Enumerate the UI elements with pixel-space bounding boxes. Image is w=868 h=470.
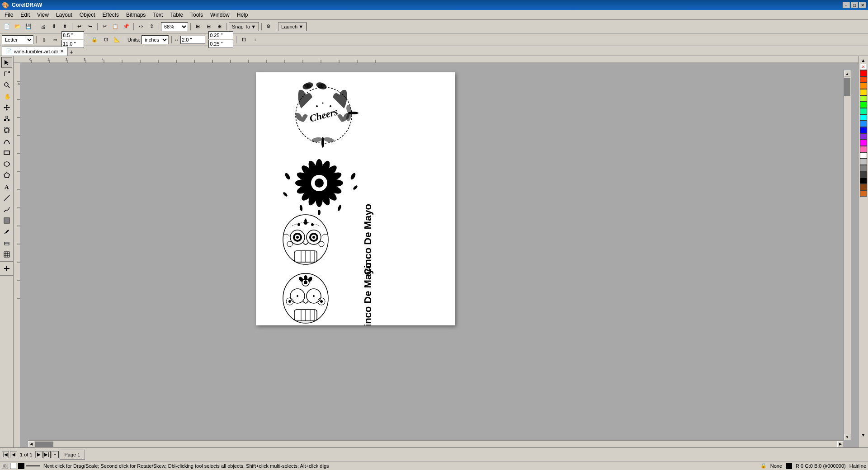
minimize-button[interactable]: − — [843, 2, 850, 8]
color-swatch-404040[interactable] — [860, 171, 867, 178]
open-button[interactable]: 📂 — [13, 22, 23, 32]
units-select[interactable]: inches — [142, 35, 169, 44]
freehand-select-tool-button[interactable] — [1, 68, 12, 79]
rectangle-tool-button[interactable] — [1, 147, 12, 158]
tab-close-button[interactable]: ✕ — [60, 49, 64, 54]
color-swatch-1E90FF[interactable] — [860, 121, 867, 127]
color-swatch-ADFF2F[interactable] — [860, 95, 867, 102]
ellipse-tool-button[interactable] — [1, 159, 12, 169]
snap-toggle[interactable]: ⊞ — [2, 463, 8, 469]
paste-button[interactable]: 📌 — [121, 22, 131, 32]
menu-view[interactable]: View — [33, 11, 52, 19]
color-swatch-FF8C00[interactable] — [860, 83, 867, 89]
grid-button[interactable]: ⊟ — [203, 22, 213, 32]
color-swatch-0000FF[interactable] — [860, 127, 867, 133]
fill-swatch[interactable] — [10, 463, 16, 469]
menu-edit[interactable]: Edit — [17, 11, 33, 19]
page-1-tab[interactable]: Page 1 — [60, 450, 85, 460]
file-tab[interactable]: 📄 wine-tumbler-art.cdr ✕ — [2, 47, 68, 56]
undo-button[interactable]: ↩ — [74, 22, 84, 32]
palette-down-arrow[interactable]: ▼ — [860, 432, 867, 438]
add-page-nav-button[interactable]: + — [52, 451, 59, 458]
color-swatch-000000[interactable] — [860, 178, 867, 184]
menu-effects[interactable]: Effects — [99, 11, 123, 19]
color-swatch-FF00FF[interactable] — [860, 140, 867, 146]
import-button[interactable]: ⬇ — [49, 22, 59, 32]
menu-text[interactable]: Text — [149, 11, 166, 19]
menu-help[interactable]: Help — [233, 11, 252, 19]
canvas-scroll[interactable]: Cheers — [21, 63, 851, 447]
freehand-tool-button[interactable] — [1, 204, 12, 215]
color-swatch-00FFFF[interactable] — [860, 114, 867, 121]
guidelines-button[interactable]: ⊞ — [214, 22, 224, 32]
export-button[interactable]: ⬆ — [60, 22, 70, 32]
transform-tool-button[interactable] — [1, 102, 12, 113]
line-style[interactable] — [26, 465, 40, 466]
stroke-swatch[interactable] — [18, 463, 24, 469]
x-pos-input[interactable] — [180, 36, 205, 44]
first-page-button[interactable]: |◀ — [2, 451, 9, 458]
color-swatch-8B4513[interactable] — [860, 184, 867, 190]
color-swatch-FFD700[interactable] — [860, 89, 867, 95]
no-color-swatch[interactable]: ✕ — [860, 64, 867, 70]
scroll-thumb-v[interactable] — [844, 78, 850, 96]
color-swatch-808080[interactable] — [860, 165, 867, 171]
line-tool-button[interactable] — [1, 193, 12, 203]
color-swatch-00FF00[interactable] — [860, 102, 867, 108]
color-swatch-00FA9A[interactable] — [860, 108, 867, 114]
h-pos-input[interactable] — [208, 40, 233, 48]
lock-aspect-button[interactable]: 🔒 — [90, 35, 99, 45]
w-pos-input[interactable] — [208, 31, 233, 39]
fill-tool-button[interactable] — [1, 215, 12, 226]
color-swatch-D2691E[interactable] — [860, 190, 867, 197]
menu-object[interactable]: Object — [76, 11, 99, 19]
crop-tool-button[interactable] — [1, 125, 12, 136]
scroll-thumb-h[interactable] — [35, 442, 53, 447]
paper-size-select[interactable]: Letter — [2, 35, 33, 44]
color-swatch-FF0000[interactable] — [860, 70, 867, 76]
new-button[interactable]: 📄 — [2, 22, 12, 32]
mesh-fill-tool-button[interactable] — [1, 249, 12, 260]
text-tool-button[interactable]: A — [1, 181, 12, 192]
color-swatch-C0C0C0[interactable] — [860, 159, 867, 165]
maximize-button[interactable]: □ — [851, 2, 858, 8]
prev-page-button[interactable]: ◀ — [10, 451, 17, 458]
snap-to-button[interactable]: Snap To ▼ — [229, 22, 259, 31]
horizontal-scrollbar[interactable]: ◀ ▶ — [28, 440, 844, 447]
menu-bitmaps[interactable]: Bitmaps — [123, 11, 149, 19]
print-button[interactable]: 🖨 — [38, 22, 48, 32]
node-tool-button[interactable] — [1, 113, 12, 124]
mirror-h-button[interactable]: ⇔ — [136, 22, 146, 32]
launch-button[interactable]: Launch ▼ — [278, 22, 307, 31]
color-swatch-8A2BE2[interactable] — [860, 133, 867, 140]
scroll-right-button[interactable]: ▶ — [837, 441, 844, 447]
copy-button[interactable]: 📋 — [110, 22, 120, 32]
menu-tools[interactable]: Tools — [187, 11, 207, 19]
next-page-button[interactable]: ▶ — [35, 451, 42, 458]
units-button[interactable]: 📐 — [112, 35, 122, 45]
last-page-button[interactable]: ▶| — [43, 451, 51, 458]
mirror-v-button[interactable]: ⇕ — [146, 22, 156, 32]
fit-page-button[interactable]: ⊞ — [193, 22, 203, 32]
pan-tool-button[interactable]: ✋ — [1, 91, 12, 102]
landscape-button[interactable]: ▭ — [50, 35, 60, 45]
add-page-btn[interactable]: + — [250, 35, 260, 45]
scroll-left-button[interactable]: ◀ — [28, 441, 34, 447]
object-size-button[interactable]: ⊡ — [101, 35, 111, 45]
color-swatch-FF4500[interactable] — [860, 76, 867, 83]
eyedropper-tool-button[interactable] — [1, 226, 12, 237]
scroll-down-button[interactable]: ▼ — [844, 434, 850, 440]
select-tool-button[interactable] — [1, 57, 12, 68]
menu-table[interactable]: Table — [166, 11, 187, 19]
vertical-scrollbar[interactable]: ▲ ▼ — [844, 70, 851, 440]
color-swatch-FF69B4[interactable] — [860, 146, 867, 152]
menu-layout[interactable]: Layout — [52, 11, 76, 19]
color-swatch-FFFFFF[interactable] — [860, 152, 867, 159]
fit-to-page-btn[interactable]: ⊡ — [239, 35, 249, 45]
menu-window[interactable]: Window — [207, 11, 233, 19]
eraser-tool-button[interactable] — [1, 238, 12, 249]
portrait-button[interactable]: ▯ — [39, 35, 49, 45]
add-object-button[interactable] — [1, 263, 12, 274]
page-width-input[interactable] — [61, 31, 84, 39]
zoom-tool-button[interactable] — [1, 80, 12, 90]
